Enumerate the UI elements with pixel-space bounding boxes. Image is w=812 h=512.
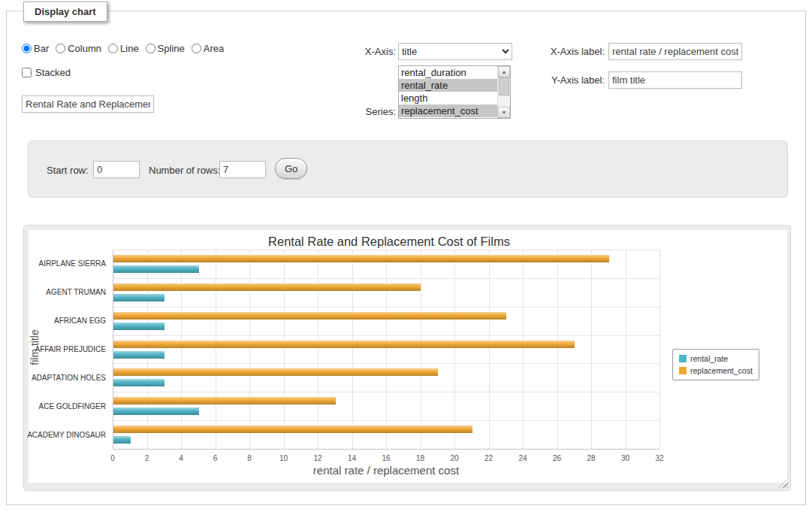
bar-rental_rate — [113, 351, 165, 359]
bar-replacement_cost — [113, 368, 438, 376]
number-of-rows-input[interactable] — [219, 161, 266, 178]
legend-label: replacement_cost — [690, 366, 753, 375]
x-axis-label-input[interactable] — [608, 43, 742, 60]
x-axis-label-label: X-Axis label: — [533, 46, 605, 57]
x-tick-label: 22 — [478, 454, 500, 462]
series-listbox-scrollbar[interactable]: ▲ ▼ — [497, 66, 510, 118]
x-tick-label: 28 — [580, 454, 602, 462]
x-axis-select[interactable]: title — [398, 43, 512, 60]
x-tick-label: 6 — [204, 454, 227, 462]
gridline-vertical — [660, 250, 660, 449]
stacked-checkbox[interactable] — [22, 68, 32, 77]
gridline-vertical — [557, 250, 558, 449]
category-label: AFRICAN EGG — [29, 307, 106, 335]
start-row-label: Start row: — [47, 165, 89, 176]
x-tick-label: 16 — [375, 454, 397, 462]
gridline-vertical — [626, 250, 626, 449]
x-tick-label: 14 — [341, 454, 364, 462]
legend-item-rental_rate[interactable]: rental_rate — [679, 354, 753, 363]
chart-title-input[interactable] — [22, 95, 154, 113]
bar-rental_rate — [113, 436, 131, 444]
chart-legend: rental_ratereplacement_cost — [672, 349, 759, 380]
chart-type-radios: BarColumnLineSplineArea — [22, 43, 224, 54]
series-listbox-label: Series: — [337, 106, 396, 117]
gridline-vertical — [284, 250, 285, 449]
stacked-label: Stacked — [35, 67, 71, 78]
series-option-rental_duration[interactable]: rental_duration — [399, 66, 497, 79]
category-label: AGENT TRUMAN — [29, 278, 106, 307]
chart-type-radio-spline[interactable] — [146, 44, 155, 53]
scrollbar-thumb[interactable] — [499, 77, 509, 95]
x-tick-label: 18 — [409, 454, 432, 462]
category-label: ACE GOLDFINGER — [29, 392, 106, 420]
series-option-rental_rate[interactable]: rental_rate — [399, 79, 497, 92]
y-axis-label-input[interactable] — [608, 71, 742, 89]
chart-type-option-label: Line — [120, 43, 139, 54]
gridline-vertical — [489, 250, 490, 449]
x-tick-label: 0 — [101, 454, 124, 462]
chart-type-option-bar[interactable]: Bar — [22, 43, 49, 54]
bar-replacement_cost — [113, 426, 472, 433]
x-tick-label: 10 — [273, 454, 295, 462]
x-tick-label: 24 — [512, 454, 534, 462]
scroll-down-icon[interactable]: ▼ — [498, 107, 510, 118]
x-axis-title: rental rate / replacement cost — [113, 464, 660, 477]
x-tick-label: 26 — [546, 454, 569, 462]
chart-type-option-label: Spline — [158, 43, 185, 54]
chart-type-option-label: Bar — [34, 43, 49, 54]
chart-type-radio-column[interactable] — [56, 44, 65, 53]
chart-type-option-line[interactable]: Line — [108, 43, 139, 54]
gridline-vertical — [591, 250, 592, 449]
legend-item-replacement_cost[interactable]: replacement_cost — [679, 366, 753, 375]
chart-type-option-area[interactable]: Area — [192, 43, 224, 54]
series-option-replacement_cost[interactable]: replacement_cost — [399, 105, 497, 117]
chart-type-option-label: Area — [204, 43, 224, 54]
bar-rental_rate — [113, 265, 199, 273]
category-label: ADAPTATION HOLES — [29, 363, 106, 392]
x-tick-label: 8 — [238, 454, 261, 462]
gridline-vertical — [421, 250, 421, 449]
chart-type-radio-line[interactable] — [108, 44, 118, 53]
bar-replacement_cost — [113, 397, 336, 404]
gridline-vertical — [454, 250, 455, 449]
chart-type-option-spline[interactable]: Spline — [146, 43, 185, 54]
series-listbox-items: rental_durationrental_ratelengthreplacem… — [399, 66, 497, 118]
legend-swatch — [679, 367, 687, 374]
y-axis-label-label: Y-Axis label: — [533, 74, 605, 86]
series-option-length[interactable]: length — [399, 92, 497, 105]
stacked-option[interactable]: Stacked — [22, 67, 71, 78]
x-tick-label: 4 — [170, 454, 192, 462]
gridline-vertical — [147, 250, 148, 449]
x-tick-label: 32 — [648, 454, 671, 462]
x-tick-label: 30 — [614, 454, 637, 462]
chart-type-radio-area[interactable] — [192, 44, 201, 53]
chart-panel: Rental Rate and Replacement Cost of Film… — [23, 225, 791, 491]
go-button[interactable]: Go — [275, 158, 307, 179]
legend-label: rental_rate — [690, 354, 728, 363]
x-tick-label: 2 — [136, 454, 158, 462]
x-tick-label: 20 — [443, 454, 466, 462]
series-listbox[interactable]: rental_durationrental_ratelengthreplacem… — [398, 65, 511, 119]
chart-canvas: Rental Rate and Replacement Cost of Film… — [29, 230, 787, 483]
gridline-vertical — [249, 250, 250, 449]
rows-panel: Start row: Number of rows: Go — [28, 141, 788, 198]
chart-type-option-column[interactable]: Column — [56, 43, 101, 54]
fieldset-legend: Display chart — [23, 2, 107, 22]
x-axis-select-label: X-Axis: — [337, 46, 396, 57]
gridline-vertical — [318, 250, 318, 449]
y-axis-line — [113, 250, 113, 449]
bar-rental_rate — [113, 323, 165, 330]
gridline-vertical — [216, 250, 216, 449]
category-label: AFFAIR PREJUDICE — [29, 335, 106, 364]
x-axis-line — [113, 449, 660, 450]
category-label: AIRPLANE SIERRA — [29, 250, 106, 278]
bar-rental_rate — [113, 407, 199, 415]
gridline-vertical — [352, 250, 353, 449]
bar-rental_rate — [113, 379, 165, 386]
bar-replacement_cost — [113, 312, 506, 320]
display-chart-fieldset: Display chart BarColumnLineSplineArea St… — [6, 11, 806, 505]
chart-type-radio-bar[interactable] — [22, 44, 32, 53]
chart-type-option-label: Column — [68, 43, 101, 54]
scroll-up-icon[interactable]: ▲ — [498, 66, 510, 77]
start-row-input[interactable] — [93, 161, 140, 178]
